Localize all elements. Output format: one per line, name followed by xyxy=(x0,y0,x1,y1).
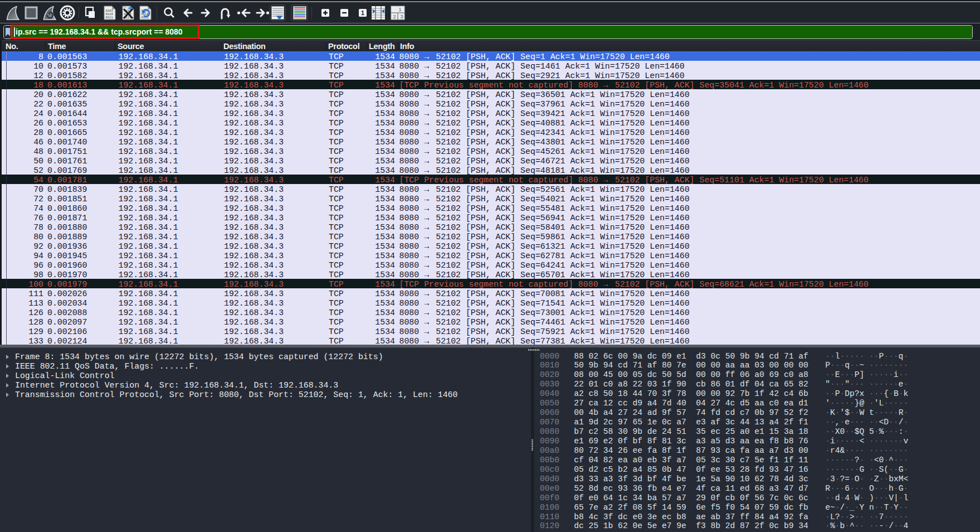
svg-text:0111: 0111 xyxy=(106,16,114,19)
svg-text:1: 1 xyxy=(361,9,364,16)
svg-text:2: 2 xyxy=(393,14,396,20)
svg-text:3: 3 xyxy=(400,14,403,20)
svg-text:1: 1 xyxy=(398,7,401,12)
